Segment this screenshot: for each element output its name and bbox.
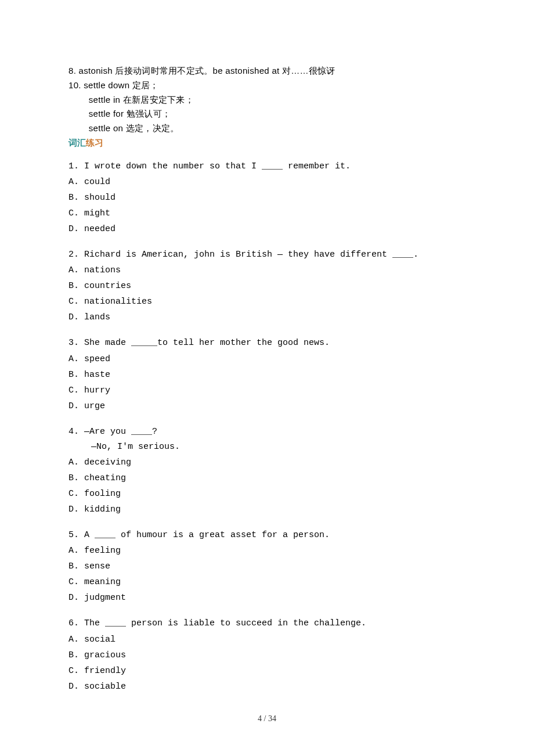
question-option: C. friendly xyxy=(68,663,466,679)
question-option: D. kidding xyxy=(68,502,466,517)
section-heading: 词汇练习 xyxy=(68,138,466,149)
question-block: 1. I wrote down the number so that I ___… xyxy=(68,159,466,237)
page-number: 4 / 34 xyxy=(0,714,534,723)
question-option: B. sense xyxy=(68,559,466,574)
question-option: C. nationalities xyxy=(68,294,466,309)
note-sub-item: settle for 勉强认可； xyxy=(68,107,466,121)
question-option: C. might xyxy=(68,206,466,221)
question-block: 4. —Are you ____? —No, I'm serious. A. d… xyxy=(68,424,466,518)
question-option: B. cheating xyxy=(68,470,466,486)
question-stem: 5. A ____ of humour is a great asset for… xyxy=(68,528,466,543)
question-stem: 3. She made _____to tell her mother the … xyxy=(68,336,466,351)
section-heading-right: 练习 xyxy=(86,138,103,147)
note-item-8: 8. astonish 后接动词时常用不定式。be astonished at … xyxy=(68,64,466,78)
question-option: A. deceiving xyxy=(68,455,466,470)
section-heading-left: 词汇 xyxy=(68,138,86,147)
question-option: D. needed xyxy=(68,221,466,237)
question-option: C. fooling xyxy=(68,486,466,502)
question-block: 2. Richard is American, john is British … xyxy=(68,247,466,325)
question-option: A. feeling xyxy=(68,543,466,559)
note-sub-item: settle on 选定，决定。 xyxy=(68,121,466,136)
question-block: 5. A ____ of humour is a great asset for… xyxy=(68,528,466,606)
question-option: D. urge xyxy=(68,398,466,414)
question-option: D. lands xyxy=(68,309,466,325)
question-option: A. nations xyxy=(68,262,466,278)
note-sub-item: settle in 在新居安定下来； xyxy=(68,93,466,107)
question-stem: 1. I wrote down the number so that I ___… xyxy=(68,159,466,174)
question-option: B. haste xyxy=(68,367,466,383)
question-stem: 4. —Are you ____? xyxy=(68,424,466,440)
question-block: 6. The ____ person is liable to succeed … xyxy=(68,616,466,694)
note-item-10: 10. settle down 定居； xyxy=(68,78,466,93)
question-stem: 2. Richard is American, john is British … xyxy=(68,247,466,262)
question-option: A. could xyxy=(68,174,466,190)
question-block: 3. She made _____to tell her mother the … xyxy=(68,336,466,413)
question-stem-line2: —No, I'm serious. xyxy=(68,440,466,455)
question-option: C. hurry xyxy=(68,383,466,398)
question-option: D. sociable xyxy=(68,679,466,694)
question-option: A. social xyxy=(68,632,466,647)
question-option: B. gracious xyxy=(68,647,466,663)
question-option: A. speed xyxy=(68,351,466,367)
question-stem: 6. The ____ person is liable to succeed … xyxy=(68,616,466,631)
question-option: D. judgment xyxy=(68,590,466,606)
question-option: C. meaning xyxy=(68,574,466,590)
document-page: 8. astonish 后接动词时常用不定式。be astonished at … xyxy=(0,0,534,756)
question-option: B. should xyxy=(68,190,466,206)
question-option: B. countries xyxy=(68,278,466,294)
